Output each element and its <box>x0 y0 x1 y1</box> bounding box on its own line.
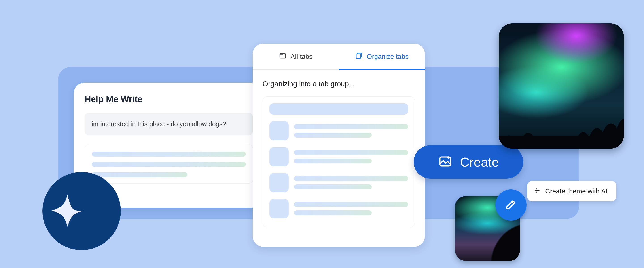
theme-preview-small-wrap <box>455 196 520 261</box>
placeholder-line <box>294 185 372 189</box>
placeholder-line <box>294 202 408 207</box>
create-button-label: Create <box>460 155 499 170</box>
help-me-write-output-placeholder <box>84 144 253 184</box>
placeholder-line <box>92 162 246 167</box>
help-me-write-input[interactable] <box>84 113 253 135</box>
organizing-status: Organizing into a tab group... <box>262 80 415 88</box>
tab-organize-tabs[interactable]: Organize tabs <box>339 43 425 69</box>
placeholder-line <box>294 124 408 129</box>
tab-label: Organize tabs <box>367 53 408 60</box>
item-thumb-placeholder <box>270 121 289 140</box>
tab-all-tabs[interactable]: All tabs <box>253 43 339 69</box>
sparkle-tab-icon <box>355 52 363 61</box>
create-button[interactable]: Create <box>414 145 523 179</box>
edge-fade <box>635 0 644 268</box>
tab-group-placeholder <box>262 96 415 227</box>
tab-icon <box>279 52 286 61</box>
tab-bar: All tabs Organize tabs <box>253 43 425 70</box>
list-item <box>270 147 408 166</box>
placeholder-line <box>294 150 408 155</box>
placeholder-line <box>294 133 372 138</box>
edge-fade <box>0 0 9 268</box>
item-thumb-placeholder <box>270 173 289 192</box>
sparkle-icon <box>48 191 115 231</box>
create-theme-label: Create theme with AI <box>545 187 607 195</box>
help-me-write-title: Help Me Write <box>84 94 253 104</box>
tab-organizer-card: All tabs Organize tabs Organizing into a… <box>253 43 425 247</box>
theme-preview-large <box>499 23 624 149</box>
placeholder-line <box>294 159 372 164</box>
create-theme-with-ai-button[interactable]: Create theme with AI <box>527 181 616 202</box>
tab-label: All tabs <box>290 53 312 60</box>
list-item <box>270 173 408 192</box>
placeholder-line <box>92 172 188 177</box>
edit-theme-button[interactable] <box>495 189 526 221</box>
svg-rect-1 <box>356 54 361 58</box>
placeholder-line <box>294 210 372 215</box>
placeholder-line <box>294 176 408 181</box>
ai-sparkle-avatar <box>42 172 121 250</box>
list-item <box>270 199 408 218</box>
group-title-placeholder <box>270 103 408 115</box>
create-image-icon <box>438 154 452 170</box>
item-thumb-placeholder <box>270 199 289 218</box>
pencil-icon <box>504 198 518 212</box>
arrow-left-icon <box>534 187 541 196</box>
svg-rect-2 <box>440 157 450 166</box>
placeholder-line <box>92 152 246 157</box>
item-thumb-placeholder <box>270 147 289 166</box>
list-item <box>270 121 408 140</box>
